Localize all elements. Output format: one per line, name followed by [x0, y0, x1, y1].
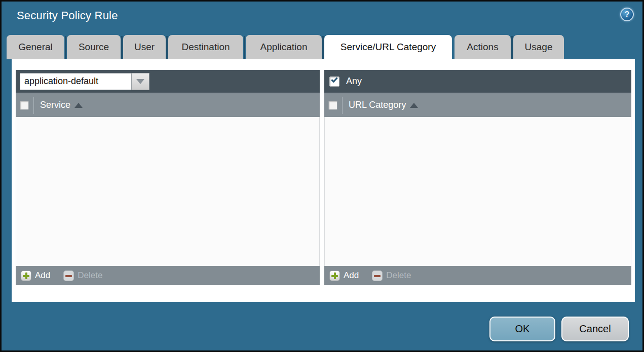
delete-icon — [63, 270, 74, 281]
delete-icon — [372, 270, 383, 281]
service-panel: Service Add Delete — [16, 70, 320, 285]
service-column-header-row: Service — [16, 93, 320, 117]
sort-ascending-icon — [74, 103, 83, 108]
column-divider — [33, 97, 34, 114]
url-category-list — [324, 117, 631, 266]
service-type-input[interactable] — [20, 73, 131, 90]
service-type-combobox — [20, 73, 149, 90]
service-panel-topbar — [16, 70, 320, 93]
tab-destination[interactable]: Destination — [168, 35, 243, 59]
ok-button[interactable]: OK — [489, 317, 555, 341]
tab-service-url-category[interactable]: Service/URL Category — [324, 35, 452, 59]
url-category-panel: Any URL Category Add Delete — [324, 70, 631, 285]
url-category-column-header[interactable]: URL Category — [349, 100, 406, 110]
service-type-dropdown-button[interactable] — [131, 73, 149, 90]
add-button-label: Add — [35, 270, 50, 281]
checkmark-icon — [331, 75, 337, 83]
add-icon — [21, 270, 31, 281]
service-delete-button[interactable]: Delete — [63, 270, 102, 281]
url-category-add-button[interactable]: Add — [329, 270, 359, 281]
security-policy-rule-dialog: Security Policy Rule ? General Source Us… — [0, 0, 644, 352]
help-icon[interactable]: ? — [620, 8, 634, 21]
add-button-label: Add — [344, 270, 359, 281]
any-checkbox[interactable] — [329, 76, 339, 87]
service-add-button[interactable]: Add — [21, 270, 50, 281]
chevron-down-icon — [136, 79, 144, 84]
tab-bar: General Source User Destination Applicat… — [7, 35, 564, 59]
url-category-select-all-checkbox[interactable] — [328, 101, 337, 110]
url-category-column-header-row: URL Category — [324, 93, 631, 117]
url-category-panel-footer: Add Delete — [324, 266, 631, 285]
tab-general[interactable]: General — [7, 35, 64, 59]
service-panel-footer: Add Delete — [16, 266, 320, 285]
tab-usage[interactable]: Usage — [513, 35, 564, 59]
url-category-delete-button[interactable]: Delete — [372, 270, 411, 281]
dialog-title: Security Policy Rule — [17, 9, 118, 22]
delete-button-label: Delete — [386, 270, 411, 281]
service-select-all-checkbox[interactable] — [20, 101, 29, 110]
add-icon — [329, 270, 340, 281]
tab-source[interactable]: Source — [67, 35, 121, 59]
any-label: Any — [346, 76, 362, 87]
cancel-button[interactable]: Cancel — [561, 317, 629, 341]
delete-button-label: Delete — [78, 270, 102, 281]
service-list — [16, 117, 320, 266]
url-category-panel-topbar: Any — [324, 70, 631, 93]
tab-content-area: Service Add Delete Any — [12, 59, 635, 302]
tab-application[interactable]: Application — [246, 35, 322, 59]
tab-user[interactable]: User — [123, 35, 166, 59]
service-column-header[interactable]: Service — [40, 100, 70, 110]
column-divider — [342, 97, 343, 114]
tab-actions[interactable]: Actions — [454, 35, 511, 59]
sort-ascending-icon — [410, 103, 418, 108]
